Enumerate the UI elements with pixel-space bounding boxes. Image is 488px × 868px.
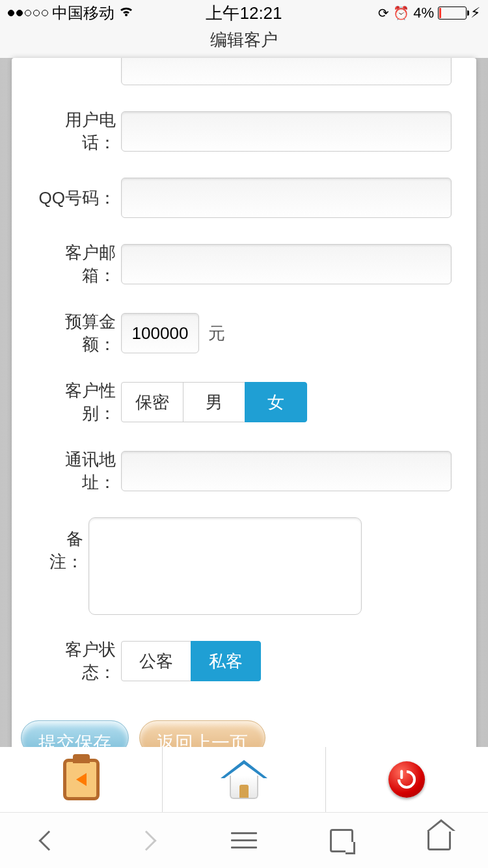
row-qq: QQ号码： (36, 178, 452, 218)
label-budget: 预算金额： (36, 310, 121, 356)
status-time: 上午12:21 (206, 2, 282, 25)
row-address: 通讯地址： (36, 448, 452, 494)
budget-unit: 元 (208, 322, 225, 345)
home-icon (221, 760, 267, 799)
page-title: 编辑客户 (0, 26, 488, 58)
browser-back-button[interactable] (34, 826, 63, 855)
row-phone: 用户电话： (36, 109, 452, 154)
toolbar-power-button[interactable] (326, 747, 488, 812)
browser-forward-button[interactable] (132, 826, 161, 855)
gender-option-secret[interactable]: 保密 (121, 382, 183, 422)
ios-status-bar: 中国移动 上午12:21 ⟳ ⏰ 4% ⚡︎ (0, 0, 488, 26)
gender-option-male[interactable]: 男 (183, 382, 245, 422)
row-unknown-top (36, 58, 452, 85)
browser-menu-button[interactable] (230, 826, 258, 855)
email-input[interactable] (121, 244, 452, 284)
gender-segmented: 保密 男 女 (121, 382, 307, 422)
power-icon (388, 761, 425, 798)
status-option-public[interactable]: 公客 (121, 641, 191, 681)
label-remark: 备注： (36, 517, 88, 573)
label-email: 客户邮箱： (36, 241, 121, 287)
label-address: 通讯地址： (36, 448, 121, 494)
budget-input[interactable] (121, 313, 199, 353)
toolbar-home-button[interactable] (163, 747, 325, 812)
app-toolbar (0, 747, 488, 812)
row-gender: 客户性别： 保密 男 女 (36, 379, 452, 425)
status-right: ⟳ ⏰ 4% ⚡︎ (378, 5, 480, 21)
signal-dots-icon (8, 10, 48, 16)
gender-option-female[interactable]: 女 (245, 382, 307, 422)
label-status: 客户状态： (36, 638, 121, 684)
row-email: 客户邮箱： (36, 241, 452, 287)
wifi-icon (118, 5, 134, 21)
label-gender: 客户性别： (36, 379, 121, 425)
battery-percent: 4% (413, 5, 434, 21)
input-hidden-top[interactable] (121, 58, 452, 85)
toolbar-back-button[interactable] (0, 747, 163, 812)
charging-icon: ⚡︎ (470, 5, 480, 21)
form-card: 用户电话： QQ号码： 客户邮箱： 预算金额： 元 客户性别： 保密 男 女 通… (12, 58, 476, 761)
browser-nav (0, 812, 488, 868)
carrier-label: 中国移动 (52, 3, 115, 23)
orientation-lock-icon: ⟳ (378, 5, 389, 21)
label-qq: QQ号码： (36, 187, 121, 210)
phone-input[interactable] (121, 111, 452, 152)
remark-textarea[interactable] (88, 517, 362, 615)
status-segmented: 公客 私客 (121, 641, 261, 681)
address-input[interactable] (121, 451, 452, 491)
browser-home-button[interactable] (425, 826, 454, 855)
browser-tabs-button[interactable] (327, 826, 356, 855)
label-phone: 用户电话： (36, 109, 121, 154)
status-left: 中国移动 (8, 3, 134, 23)
row-status: 客户状态： 公客 私客 (36, 638, 452, 684)
row-remark: 备注： (36, 517, 452, 615)
webview-stage: 用户电话： QQ号码： 客户邮箱： 预算金额： 元 客户性别： 保密 男 女 通… (0, 58, 488, 757)
clipboard-back-icon (63, 759, 100, 800)
alarm-icon: ⏰ (393, 5, 409, 21)
row-budget: 预算金额： 元 (36, 310, 452, 356)
battery-icon (438, 7, 467, 20)
qq-input[interactable] (121, 178, 452, 218)
status-option-private[interactable]: 私客 (191, 641, 261, 681)
